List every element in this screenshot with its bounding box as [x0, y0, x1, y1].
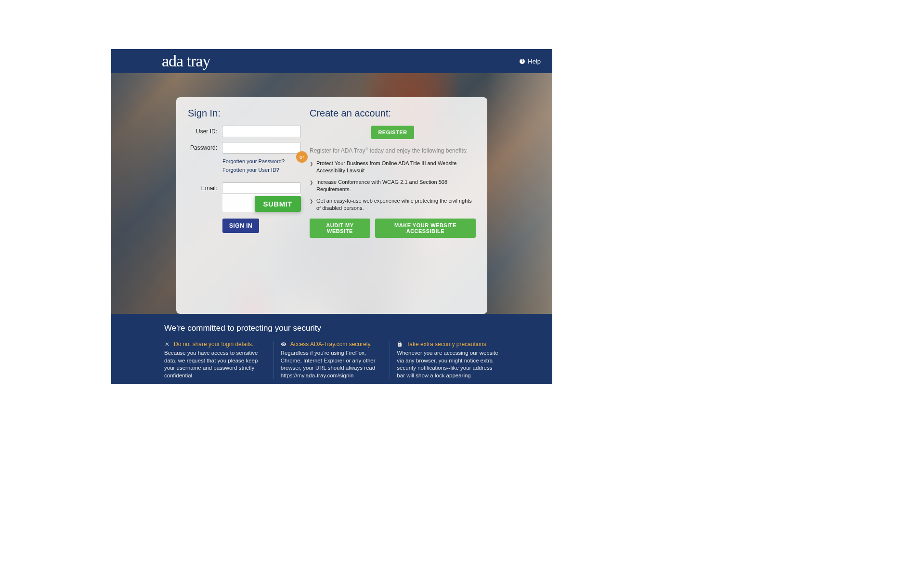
signin-column: Sign In: User ID: Password: Forgotten yo… [188, 108, 301, 301]
register-desc-prefix: Register for ADA Tray [310, 147, 365, 154]
security-section: We're committed to protecting your secur… [111, 314, 552, 384]
forgot-userid-link[interactable]: Forgotten your User ID? [222, 167, 301, 173]
security-heading-2: Access ADA-Tray.com securely. [290, 341, 372, 348]
eye-icon [281, 341, 286, 347]
register-title: Create an account: [310, 108, 476, 119]
help-link[interactable]: Help [519, 58, 541, 65]
benefit-text: Increase Conformance with WCAG 2.1 and S… [316, 179, 476, 194]
register-column: Create an account: REGISTER Register for… [310, 108, 476, 301]
security-heading-1: Do not share your login details. [174, 341, 253, 348]
security-body-1: Because you have access to sensitive dat… [164, 349, 267, 379]
forgot-password-link[interactable]: Forgotten your Password? [222, 158, 301, 164]
userid-label: User ID: [188, 128, 222, 135]
security-col-2: Access ADA-Tray.com securely. Regardless… [273, 341, 383, 379]
security-body-3: Whenever you are accessing our website v… [397, 349, 499, 379]
userid-row: User ID: [188, 126, 301, 137]
make-accessible-button[interactable]: MAKE YOUR WEBSITE ACCESSIBILE [375, 219, 476, 238]
benefit-list: ❯Protect Your Business from Online ADA T… [310, 160, 476, 212]
chevron-right-icon: ❯ [310, 161, 312, 175]
help-icon [519, 58, 525, 65]
signin-button[interactable]: SIGN IN [222, 219, 259, 233]
benefit-text: Protect Your Business from Online ADA Ti… [316, 160, 476, 175]
logo-text: ada tray [162, 53, 210, 69]
benefit-item: ❯Protect Your Business from Online ADA T… [310, 160, 476, 175]
register-description: Register for ADA Tray® today and enjoy t… [310, 147, 476, 154]
signin-title: Sign In: [188, 108, 301, 119]
audit-website-button[interactable]: AUDIT MY WEBSITE [310, 219, 370, 238]
email-block: Email: SUBMIT [222, 182, 301, 212]
password-row: Password: [188, 142, 301, 154]
benefit-text: Get an easy-to-use web experience while … [316, 197, 476, 212]
register-button[interactable]: REGISTER [371, 126, 414, 139]
security-heading-3: Take extra security precautions. [406, 341, 488, 348]
help-label: Help [528, 58, 541, 65]
register-desc-suffix: today and enjoy the following benefits: [368, 147, 468, 154]
email-input[interactable] [222, 182, 301, 194]
security-col-3: Take extra security precautions. Wheneve… [390, 341, 499, 379]
lock-icon [397, 341, 403, 347]
auth-card: or Sign In: User ID: Password: Forgotten… [176, 97, 487, 314]
x-icon [164, 341, 170, 347]
userid-input[interactable] [222, 126, 301, 137]
submit-button[interactable]: SUBMIT [255, 196, 301, 212]
email-label: Email: [188, 185, 222, 192]
security-col-1: Do not share your login details. Because… [164, 341, 267, 379]
benefit-item: ❯Increase Conformance with WCAG 2.1 and … [310, 179, 476, 194]
password-input[interactable] [222, 142, 301, 154]
password-label: Password: [188, 144, 222, 151]
header-bar: ada tray Help [111, 49, 552, 73]
chevron-right-icon: ❯ [310, 198, 312, 212]
logo[interactable]: ada tray [111, 53, 210, 69]
chevron-right-icon: ❯ [310, 180, 312, 194]
hero-section: or Sign In: User ID: Password: Forgotten… [111, 73, 552, 314]
security-title: We're committed to protecting your secur… [164, 323, 499, 333]
benefit-item: ❯Get an easy-to-use web experience while… [310, 197, 476, 212]
or-divider: or [296, 151, 308, 163]
security-body-2: Regardless if you're using FireFox, Chro… [281, 349, 383, 379]
